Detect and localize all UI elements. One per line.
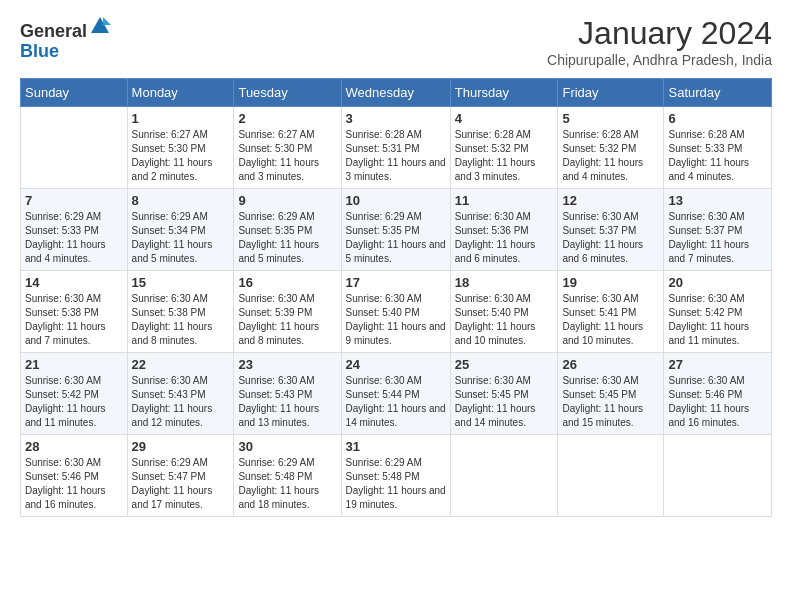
day-cell: 17Sunrise: 6:30 AM Sunset: 5:40 PM Dayli… <box>341 271 450 353</box>
day-number: 28 <box>25 439 123 454</box>
day-info: Sunrise: 6:28 AM Sunset: 5:31 PM Dayligh… <box>346 128 446 184</box>
day-cell: 25Sunrise: 6:30 AM Sunset: 5:45 PM Dayli… <box>450 353 558 435</box>
day-info: Sunrise: 6:30 AM Sunset: 5:41 PM Dayligh… <box>562 292 659 348</box>
day-info: Sunrise: 6:30 AM Sunset: 5:37 PM Dayligh… <box>668 210 767 266</box>
day-number: 1 <box>132 111 230 126</box>
day-cell: 31Sunrise: 6:29 AM Sunset: 5:48 PM Dayli… <box>341 435 450 517</box>
day-number: 7 <box>25 193 123 208</box>
day-info: Sunrise: 6:30 AM Sunset: 5:39 PM Dayligh… <box>238 292 336 348</box>
day-info: Sunrise: 6:30 AM Sunset: 5:42 PM Dayligh… <box>668 292 767 348</box>
header: General Blue January 2024 Chipurupalle, … <box>20 15 772 68</box>
location: Chipurupalle, Andhra Pradesh, India <box>547 52 772 68</box>
week-row-4: 21Sunrise: 6:30 AM Sunset: 5:42 PM Dayli… <box>21 353 772 435</box>
weekday-header-monday: Monday <box>127 79 234 107</box>
day-cell: 15Sunrise: 6:30 AM Sunset: 5:38 PM Dayli… <box>127 271 234 353</box>
week-row-3: 14Sunrise: 6:30 AM Sunset: 5:38 PM Dayli… <box>21 271 772 353</box>
month-title: January 2024 <box>547 15 772 52</box>
day-cell: 28Sunrise: 6:30 AM Sunset: 5:46 PM Dayli… <box>21 435 128 517</box>
day-info: Sunrise: 6:30 AM Sunset: 5:40 PM Dayligh… <box>346 292 446 348</box>
day-cell: 26Sunrise: 6:30 AM Sunset: 5:45 PM Dayli… <box>558 353 664 435</box>
day-cell: 23Sunrise: 6:30 AM Sunset: 5:43 PM Dayli… <box>234 353 341 435</box>
day-info: Sunrise: 6:30 AM Sunset: 5:43 PM Dayligh… <box>238 374 336 430</box>
svg-marker-1 <box>103 17 111 25</box>
day-cell: 29Sunrise: 6:29 AM Sunset: 5:47 PM Dayli… <box>127 435 234 517</box>
day-number: 3 <box>346 111 446 126</box>
title-block: January 2024 Chipurupalle, Andhra Prades… <box>547 15 772 68</box>
day-number: 31 <box>346 439 446 454</box>
day-cell: 30Sunrise: 6:29 AM Sunset: 5:48 PM Dayli… <box>234 435 341 517</box>
day-cell: 13Sunrise: 6:30 AM Sunset: 5:37 PM Dayli… <box>664 189 772 271</box>
day-number: 29 <box>132 439 230 454</box>
weekday-header-friday: Friday <box>558 79 664 107</box>
day-cell: 3Sunrise: 6:28 AM Sunset: 5:31 PM Daylig… <box>341 107 450 189</box>
day-number: 9 <box>238 193 336 208</box>
day-cell: 20Sunrise: 6:30 AM Sunset: 5:42 PM Dayli… <box>664 271 772 353</box>
day-number: 17 <box>346 275 446 290</box>
day-cell: 4Sunrise: 6:28 AM Sunset: 5:32 PM Daylig… <box>450 107 558 189</box>
day-cell <box>558 435 664 517</box>
day-number: 19 <box>562 275 659 290</box>
day-number: 2 <box>238 111 336 126</box>
day-number: 4 <box>455 111 554 126</box>
day-info: Sunrise: 6:30 AM Sunset: 5:45 PM Dayligh… <box>455 374 554 430</box>
day-number: 20 <box>668 275 767 290</box>
day-info: Sunrise: 6:30 AM Sunset: 5:42 PM Dayligh… <box>25 374 123 430</box>
day-info: Sunrise: 6:30 AM Sunset: 5:45 PM Dayligh… <box>562 374 659 430</box>
day-cell: 21Sunrise: 6:30 AM Sunset: 5:42 PM Dayli… <box>21 353 128 435</box>
day-number: 15 <box>132 275 230 290</box>
week-row-5: 28Sunrise: 6:30 AM Sunset: 5:46 PM Dayli… <box>21 435 772 517</box>
day-cell: 16Sunrise: 6:30 AM Sunset: 5:39 PM Dayli… <box>234 271 341 353</box>
day-number: 18 <box>455 275 554 290</box>
day-number: 25 <box>455 357 554 372</box>
day-info: Sunrise: 6:30 AM Sunset: 5:44 PM Dayligh… <box>346 374 446 430</box>
day-info: Sunrise: 6:27 AM Sunset: 5:30 PM Dayligh… <box>132 128 230 184</box>
day-info: Sunrise: 6:30 AM Sunset: 5:36 PM Dayligh… <box>455 210 554 266</box>
logo: General Blue <box>20 15 111 62</box>
day-info: Sunrise: 6:29 AM Sunset: 5:35 PM Dayligh… <box>238 210 336 266</box>
day-number: 27 <box>668 357 767 372</box>
day-number: 21 <box>25 357 123 372</box>
day-cell: 10Sunrise: 6:29 AM Sunset: 5:35 PM Dayli… <box>341 189 450 271</box>
day-cell <box>21 107 128 189</box>
day-info: Sunrise: 6:30 AM Sunset: 5:43 PM Dayligh… <box>132 374 230 430</box>
day-number: 30 <box>238 439 336 454</box>
day-number: 22 <box>132 357 230 372</box>
day-info: Sunrise: 6:27 AM Sunset: 5:30 PM Dayligh… <box>238 128 336 184</box>
weekday-header-sunday: Sunday <box>21 79 128 107</box>
day-info: Sunrise: 6:28 AM Sunset: 5:32 PM Dayligh… <box>455 128 554 184</box>
weekday-header-wednesday: Wednesday <box>341 79 450 107</box>
weekday-header-tuesday: Tuesday <box>234 79 341 107</box>
day-info: Sunrise: 6:29 AM Sunset: 5:47 PM Dayligh… <box>132 456 230 512</box>
weekday-header-row: SundayMondayTuesdayWednesdayThursdayFrid… <box>21 79 772 107</box>
weekday-header-thursday: Thursday <box>450 79 558 107</box>
week-row-2: 7Sunrise: 6:29 AM Sunset: 5:33 PM Daylig… <box>21 189 772 271</box>
calendar-table: SundayMondayTuesdayWednesdayThursdayFrid… <box>20 78 772 517</box>
day-cell: 11Sunrise: 6:30 AM Sunset: 5:36 PM Dayli… <box>450 189 558 271</box>
day-info: Sunrise: 6:29 AM Sunset: 5:33 PM Dayligh… <box>25 210 123 266</box>
day-cell: 8Sunrise: 6:29 AM Sunset: 5:34 PM Daylig… <box>127 189 234 271</box>
day-info: Sunrise: 6:29 AM Sunset: 5:35 PM Dayligh… <box>346 210 446 266</box>
logo-text: General Blue <box>20 15 111 62</box>
day-cell: 19Sunrise: 6:30 AM Sunset: 5:41 PM Dayli… <box>558 271 664 353</box>
day-cell: 22Sunrise: 6:30 AM Sunset: 5:43 PM Dayli… <box>127 353 234 435</box>
day-info: Sunrise: 6:28 AM Sunset: 5:32 PM Dayligh… <box>562 128 659 184</box>
day-info: Sunrise: 6:30 AM Sunset: 5:46 PM Dayligh… <box>25 456 123 512</box>
day-cell: 7Sunrise: 6:29 AM Sunset: 5:33 PM Daylig… <box>21 189 128 271</box>
day-info: Sunrise: 6:29 AM Sunset: 5:34 PM Dayligh… <box>132 210 230 266</box>
day-number: 10 <box>346 193 446 208</box>
day-cell <box>664 435 772 517</box>
day-number: 26 <box>562 357 659 372</box>
day-number: 8 <box>132 193 230 208</box>
day-number: 6 <box>668 111 767 126</box>
day-cell: 14Sunrise: 6:30 AM Sunset: 5:38 PM Dayli… <box>21 271 128 353</box>
day-number: 13 <box>668 193 767 208</box>
day-cell: 9Sunrise: 6:29 AM Sunset: 5:35 PM Daylig… <box>234 189 341 271</box>
day-cell: 2Sunrise: 6:27 AM Sunset: 5:30 PM Daylig… <box>234 107 341 189</box>
day-cell <box>450 435 558 517</box>
weekday-header-saturday: Saturday <box>664 79 772 107</box>
week-row-1: 1Sunrise: 6:27 AM Sunset: 5:30 PM Daylig… <box>21 107 772 189</box>
day-cell: 5Sunrise: 6:28 AM Sunset: 5:32 PM Daylig… <box>558 107 664 189</box>
day-info: Sunrise: 6:30 AM Sunset: 5:40 PM Dayligh… <box>455 292 554 348</box>
day-number: 11 <box>455 193 554 208</box>
day-number: 24 <box>346 357 446 372</box>
